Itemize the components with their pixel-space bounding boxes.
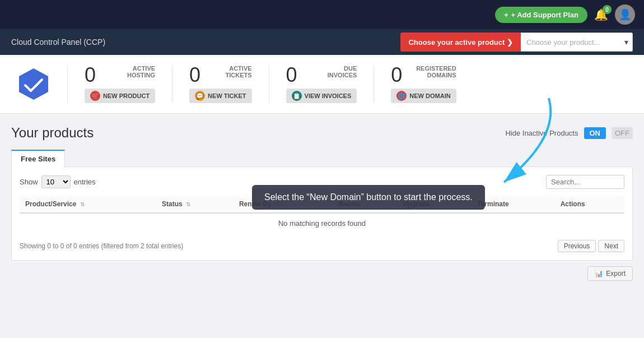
due-invoices-count: 0 [286,65,297,85]
col-renew-by[interactable]: Renew By ⇅ [234,196,333,213]
user-icon: 👤 [619,8,631,21]
entries-select[interactable]: 102550100 [41,175,71,188]
avatar[interactable]: 👤 [615,4,635,25]
table-controls: Show 102550100 entries [20,175,624,189]
new-product-button[interactable]: 🛒 NEW PRODUCT [85,89,155,103]
registered-domains-label: REGISTEREDDOMAINS [416,65,456,78]
col-terminate: Terminate [472,196,554,213]
ticket-icon: 💬 [195,91,205,101]
col-renew-label: Renew [339,200,361,208]
view-invoices-button[interactable]: 📋 VIEW INVOICES [286,89,357,103]
product-select[interactable]: Choose your product... [521,33,633,52]
table-header: Product/Service ⇅ Status ⇅ Renew By ⇅ [20,196,624,213]
new-domain-button[interactable]: 🌐 NEW DOMAIN [391,89,456,103]
col-status-label: Status [162,200,183,208]
notification-badge: 0 [603,5,612,14]
prev-button[interactable]: Previous [558,240,596,252]
col-renew-by-label: Renew By [239,200,271,208]
top-nav: + + Add Support Plan 🔔 0 👤 [0,0,644,29]
app-title: Cloud Control Panel (CCP) [11,38,105,47]
show-label: Show [20,178,38,186]
products-title: Your products [11,125,94,141]
new-domain-label: NEW DOMAIN [409,92,450,99]
export-label: Export [606,270,626,277]
stat-due-invoices: 0 DUEINVOICES 📋 VIEW INVOICES [269,65,374,103]
showing-label: Showing 0 to 0 of 0 entries (filtered fr… [20,242,183,250]
col-status[interactable]: Status ⇅ [156,196,234,213]
new-ticket-label: NEW TICKET [208,92,246,99]
stat-active-tickets: 0 ACTIVETICKETS 💬 NEW TICKET [172,65,268,103]
new-ticket-button[interactable]: 💬 NEW TICKET [189,89,251,103]
pagination: Previous Next [558,240,624,252]
logo [17,67,50,101]
notification-button[interactable]: 🔔 0 [594,8,608,21]
tab-free-sites-label: Free Sites [21,155,55,163]
support-plan-label: + Add Support Plan [511,11,579,19]
export-icon: 📊 [595,270,603,277]
sort-icon-renew-by: ⇅ [275,201,279,207]
col-renew: Renew [333,196,397,213]
search-input[interactable] [546,175,624,189]
sort-icon-product: ⇅ [80,201,85,207]
registered-domains-count: 0 [391,65,402,85]
page-wrapper: + + Add Support Plan 🔔 0 👤 Cloud Control… [0,0,644,338]
no-records-cell: No matching records found [20,213,624,233]
view-invoices-label: VIEW INVOICES [305,92,352,99]
stat-registered-domains: 0 REGISTEREDDOMAINS 🌐 NEW DOMAIN [374,65,473,103]
main-content: Your products Hide Inactive Products ON … [0,114,644,292]
data-table: Product/Service ⇅ Status ⇅ Renew By ⇅ [20,196,624,233]
due-invoices-label: DUEINVOICES [328,65,357,78]
export-row: 📊 Export [11,266,633,281]
stat-active-hosting: 0 ACTIVEHOSTING 🛒 NEW PRODUCT [67,65,172,103]
no-records-row: No matching records found [20,213,624,233]
sort-icon-status: ⇅ [186,201,190,207]
new-product-label: NEW PRODUCT [103,92,150,99]
choose-product-button[interactable]: Choose your active product ❯ [400,33,521,52]
active-tickets-count: 0 [189,65,200,85]
tabs-row: Free Sites [11,150,633,167]
choose-product-label: Choose your active product ❯ [408,38,513,47]
col-product-service-label: Product/Service [25,200,76,208]
next-button[interactable]: Next [598,240,624,252]
domain-icon: 🌐 [396,91,407,101]
entries-label: entries [74,178,96,186]
col-terminate-label: Terminate [477,200,508,208]
hide-inactive-wrapper: Hide Inactive Products ON OFF [505,127,633,139]
active-tickets-label: ACTIVETICKETS [226,65,252,78]
svg-marker-0 [19,68,48,100]
toggle-on[interactable]: ON [584,127,606,139]
col-actions-label: Actions [561,200,585,208]
col-actions: Actions [555,196,624,213]
table-header-row: Product/Service ⇅ Status ⇅ Renew By ⇅ [20,196,624,213]
cart-icon: 🛒 [90,91,100,101]
stats-bar: 0 ACTIVEHOSTING 🛒 NEW PRODUCT 0 ACTIVETI… [0,55,644,114]
active-hosting-label: ACTIVEHOSTING [127,65,155,78]
table-section: Show 102550100 entries Product/Service ⇅… [11,166,633,261]
sub-nav: Cloud Control Panel (CCP) Choose your ac… [0,29,644,55]
invoice-icon: 📋 [292,91,302,101]
col-upgrade-label: Upgrade [403,200,430,208]
col-product-service[interactable]: Product/Service ⇅ [20,196,156,213]
export-button[interactable]: 📊 Export [587,266,633,281]
col-upgrade: Upgrade [397,196,472,213]
tab-free-sites[interactable]: Free Sites [11,150,65,168]
table-body: No matching records found [20,213,624,233]
table-footer: Showing 0 to 0 of 0 entries (filtered fr… [20,240,624,252]
active-hosting-count: 0 [85,65,96,85]
product-select-wrapper: Choose your product... [521,33,633,52]
plus-icon: + [504,11,508,19]
hide-inactive-label: Hide Inactive Products [505,129,578,137]
product-chooser: Choose your active product ❯ Choose your… [400,33,633,52]
show-entries: Show 102550100 entries [20,175,96,188]
add-support-plan-button[interactable]: + + Add Support Plan [495,7,587,23]
toggle-off[interactable]: OFF [612,127,633,139]
products-header: Your products Hide Inactive Products ON … [11,125,633,141]
